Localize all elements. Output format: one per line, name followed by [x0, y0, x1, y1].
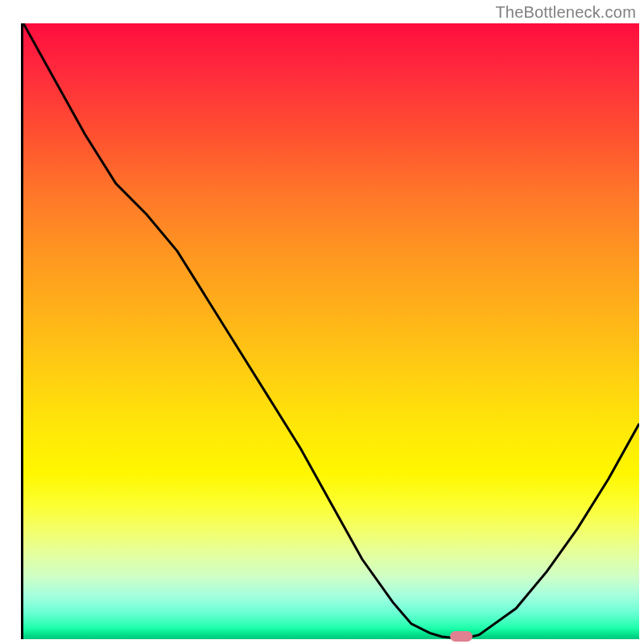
- attribution-text: TheBottleneck.com: [495, 3, 636, 22]
- bottleneck-curve: [23, 23, 639, 638]
- curve-svg: [23, 23, 639, 639]
- chart-plot-area: [23, 23, 639, 639]
- optimal-marker: [450, 631, 473, 642]
